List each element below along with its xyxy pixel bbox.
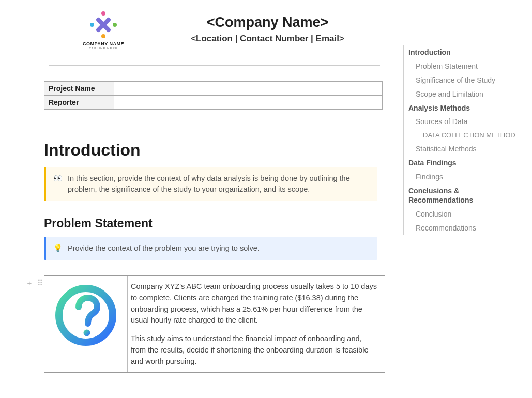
outline-item[interactable]: Conclusion (408, 207, 522, 221)
outline-item[interactable]: Statistical Methods (408, 142, 522, 156)
company-logo: COMPANY NAME TAGLINE HERE (75, 10, 132, 50)
problem-content-block: + ⠿ Company XYZ's ABC team (44, 275, 383, 373)
meta-table: Project Name Reporter (44, 81, 383, 110)
intro-callout-text: In this section, provide the context of … (68, 173, 370, 195)
introduction-heading: Introduction (44, 141, 383, 160)
outline-item[interactable]: Introduction (408, 45, 522, 59)
outline-item[interactable]: Analysis Methods (408, 101, 522, 115)
problem-statement-heading: Problem Statement (44, 217, 383, 231)
eyes-icon: 👀 (53, 173, 63, 184)
drag-handle-icon[interactable]: ⠿ (36, 279, 44, 288)
outline-item[interactable]: Conclusions & Recommendations (408, 184, 522, 208)
project-name-label: Project Name (44, 82, 114, 96)
outline-item[interactable]: DATA COLLECTION METHOD (408, 129, 522, 142)
document-outline: IntroductionProblem StatementSignificanc… (403, 45, 522, 235)
svg-point-9 (84, 330, 90, 336)
svg-point-3 (90, 23, 94, 27)
project-name-cell[interactable] (114, 82, 383, 96)
problem-callout: 💡 Provide the context of the problem you… (44, 237, 377, 260)
title-block: <Company Name> <Location | Contact Numbe… (153, 14, 383, 44)
add-block-icon[interactable]: + (25, 279, 34, 288)
question-image (44, 276, 127, 372)
svg-point-2 (101, 34, 105, 38)
document-main: COMPANY NAME TAGLINE HERE <Company Name>… (0, 0, 393, 383)
outline-item[interactable]: Scope and Limitation (408, 87, 522, 101)
problem-para-1: Company XYZ's ABC team onboarding proces… (131, 281, 377, 326)
logo-company-text: COMPANY NAME (83, 41, 124, 47)
header: COMPANY NAME TAGLINE HERE <Company Name>… (44, 10, 383, 50)
svg-point-0 (101, 11, 105, 16)
outline-item[interactable]: Recommendations (408, 221, 522, 235)
problem-para-2: This study aims to understand the financ… (131, 333, 377, 367)
bulb-icon: 💡 (53, 243, 63, 254)
outline-item[interactable]: Data Findings (408, 156, 522, 170)
problem-card: Company XYZ's ABC team onboarding proces… (44, 275, 385, 373)
intro-callout: 👀 In this section, provide the context o… (44, 167, 377, 201)
problem-card-text[interactable]: Company XYZ's ABC team onboarding proces… (127, 276, 385, 372)
table-row: Project Name (44, 82, 383, 96)
outline-item[interactable]: Findings (408, 170, 522, 184)
company-subtitle: <Location | Contact Number | Email> (153, 34, 383, 44)
reporter-label: Reporter (44, 96, 114, 110)
table-row: Reporter (44, 96, 383, 110)
outline-item[interactable]: Problem Statement (408, 59, 522, 73)
outline-item[interactable]: Significance of the Study (408, 73, 522, 87)
question-mark-icon (55, 284, 117, 346)
problem-callout-text: Provide the context of the problem you a… (68, 243, 260, 254)
svg-point-1 (113, 23, 117, 27)
outline-item[interactable]: Sources of Data (408, 115, 522, 129)
reporter-cell[interactable] (114, 96, 383, 110)
outline-list: IntroductionProblem StatementSignificanc… (408, 45, 522, 235)
company-name-heading: <Company Name> (153, 14, 383, 30)
logo-tagline-text: TAGLINE HERE (89, 47, 118, 50)
header-divider (49, 65, 380, 66)
block-gutter-controls: + ⠿ (25, 279, 44, 288)
logo-icon (88, 10, 119, 39)
